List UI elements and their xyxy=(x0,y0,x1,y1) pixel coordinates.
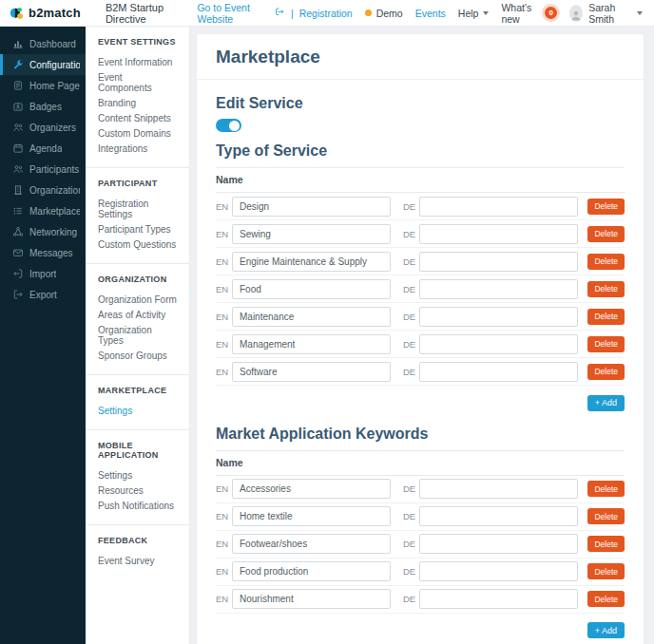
de-input[interactable] xyxy=(419,279,578,299)
en-input[interactable] xyxy=(232,561,391,581)
delete-button[interactable]: Delete xyxy=(587,508,625,524)
delete-button[interactable]: Delete xyxy=(587,563,625,579)
config-link-resources[interactable]: Resources xyxy=(98,483,177,498)
de-input[interactable] xyxy=(419,197,578,217)
edit-service-title: Edit Service xyxy=(216,95,625,112)
events-link[interactable]: Events xyxy=(415,8,446,19)
add-button[interactable]: + Add xyxy=(587,395,625,411)
de-input[interactable] xyxy=(419,479,578,499)
delete-button[interactable]: Delete xyxy=(587,254,625,270)
config-link-custom-domains[interactable]: Custom Domains xyxy=(98,125,177,141)
go-to-event-website-link[interactable]: Go to Event Website xyxy=(197,2,285,25)
en-input[interactable] xyxy=(232,307,391,327)
de-label: DE xyxy=(403,339,417,350)
sidebar-item-home-page-editor[interactable]: Home Page Editor xyxy=(0,75,86,96)
user-menu[interactable]: Sarah Smith xyxy=(569,2,643,25)
config-link-mobile-settings[interactable]: Settings xyxy=(98,467,177,483)
config-link-participant-types[interactable]: Participant Types xyxy=(98,221,177,237)
chevron-down-icon xyxy=(637,11,643,15)
edit-service-toggle[interactable] xyxy=(216,119,241,132)
sidebar-item-configuration[interactable]: Configuration xyxy=(0,54,86,75)
de-input[interactable] xyxy=(419,334,578,354)
de-input[interactable] xyxy=(419,534,578,554)
de-input[interactable] xyxy=(419,252,578,272)
delete-button[interactable]: Delete xyxy=(587,536,625,552)
en-label: EN xyxy=(216,511,230,521)
help-menu[interactable]: Help xyxy=(458,8,490,19)
config-link-content-snippets[interactable]: Content Snippets xyxy=(98,110,177,125)
de-input[interactable] xyxy=(419,362,578,382)
card-body: Edit Service Type of Service Name EN DE … xyxy=(197,80,644,644)
add-button[interactable]: + Add xyxy=(587,622,625,638)
delete-button[interactable]: Delete xyxy=(587,281,625,297)
en-input[interactable] xyxy=(232,589,391,609)
config-link-registration-settings[interactable]: Registration Settings xyxy=(98,196,177,221)
en-input[interactable] xyxy=(232,506,391,526)
config-link-organization-types[interactable]: Organization Types xyxy=(98,322,177,348)
brand[interactable]: b2match xyxy=(10,6,81,20)
config-link-event-components[interactable]: Event Components xyxy=(98,69,177,95)
en-label: EN xyxy=(216,312,230,322)
en-input[interactable] xyxy=(232,197,391,217)
config-link-marketplace-settings[interactable]: Settings xyxy=(98,403,177,418)
sidebar-item-networking[interactable]: Networking xyxy=(0,221,86,242)
sidebar-item-badges[interactable]: Badges xyxy=(0,96,86,117)
de-label: DE xyxy=(403,201,417,212)
de-label: DE xyxy=(403,284,417,294)
service-row: EN DE Delete xyxy=(216,220,625,248)
config-link-areas-of-activity[interactable]: Areas of Activity xyxy=(98,307,177,322)
whats-new-menu[interactable]: What's new 0 xyxy=(501,2,557,25)
sidebar-item-marketplace[interactable]: Marketplace xyxy=(0,200,86,221)
config-sidebar: EVENT SETTINGS Event Information Event C… xyxy=(86,27,190,644)
sidebar-item-agenda[interactable]: Agenda xyxy=(0,138,86,159)
config-link-push-notifications[interactable]: Push Notifications xyxy=(98,498,177,513)
config-link-organization-form[interactable]: Organization Form xyxy=(98,292,177,307)
sidebar-item-organizations[interactable]: Organizations xyxy=(0,180,86,200)
column-header-name: Name xyxy=(216,451,625,476)
en-input[interactable] xyxy=(232,279,391,299)
en-input[interactable] xyxy=(232,224,391,244)
help-label: Help xyxy=(458,8,479,19)
en-label: EN xyxy=(216,201,230,212)
delete-button[interactable]: Delete xyxy=(587,364,625,380)
de-input[interactable] xyxy=(419,589,578,609)
section-title: EVENT SETTINGS xyxy=(98,37,177,47)
section-title: ORGANIZATION xyxy=(98,275,177,284)
en-input[interactable] xyxy=(232,534,391,554)
sidebar-item-export[interactable]: Export xyxy=(0,284,86,305)
registration-link[interactable]: Registration xyxy=(299,8,353,19)
delete-button[interactable]: Delete xyxy=(587,591,625,607)
keyword-row: EN DE Delete xyxy=(216,476,625,503)
sidebar-item-dashboard[interactable]: Dashboard xyxy=(0,33,86,54)
section-organization: ORGANIZATION Organization Form Areas of … xyxy=(86,263,189,374)
de-input[interactable] xyxy=(419,307,578,327)
config-link-custom-questions[interactable]: Custom Questions xyxy=(98,237,177,252)
de-input[interactable] xyxy=(419,506,578,526)
event-name: B2M Startup Directive xyxy=(106,2,198,25)
sidebar-item-organizers[interactable]: Organizers xyxy=(0,117,86,138)
service-row: EN DE Delete xyxy=(216,303,625,331)
config-link-branding[interactable]: Branding xyxy=(98,95,177,110)
delete-button[interactable]: Delete xyxy=(587,336,625,352)
de-input[interactable] xyxy=(419,224,578,244)
config-link-event-survey[interactable]: Event Survey xyxy=(98,553,177,568)
delete-button[interactable]: Delete xyxy=(587,226,625,242)
de-label: DE xyxy=(403,256,417,267)
en-input[interactable] xyxy=(232,252,391,272)
sidebar-item-participants[interactable]: Participants xyxy=(0,159,86,180)
sidebar-item-import[interactable]: Import xyxy=(0,263,86,284)
de-input[interactable] xyxy=(419,561,578,581)
section-title: FEEDBACK xyxy=(98,536,177,545)
config-link-event-information[interactable]: Event Information xyxy=(98,54,177,69)
en-input[interactable] xyxy=(232,362,391,382)
en-label: EN xyxy=(216,594,230,604)
sidebar-item-messages[interactable]: Messages xyxy=(0,242,86,263)
en-input[interactable] xyxy=(232,479,391,499)
delete-button[interactable]: Delete xyxy=(587,481,625,497)
config-link-sponsor-groups[interactable]: Sponsor Groups xyxy=(98,348,177,363)
config-link-integrations[interactable]: Integrations xyxy=(98,141,177,156)
section-mobile-application: MOBILE APPLICATION Settings Resources Pu… xyxy=(86,429,189,524)
en-input[interactable] xyxy=(232,334,391,354)
delete-button[interactable]: Delete xyxy=(587,199,625,215)
delete-button[interactable]: Delete xyxy=(587,309,625,325)
